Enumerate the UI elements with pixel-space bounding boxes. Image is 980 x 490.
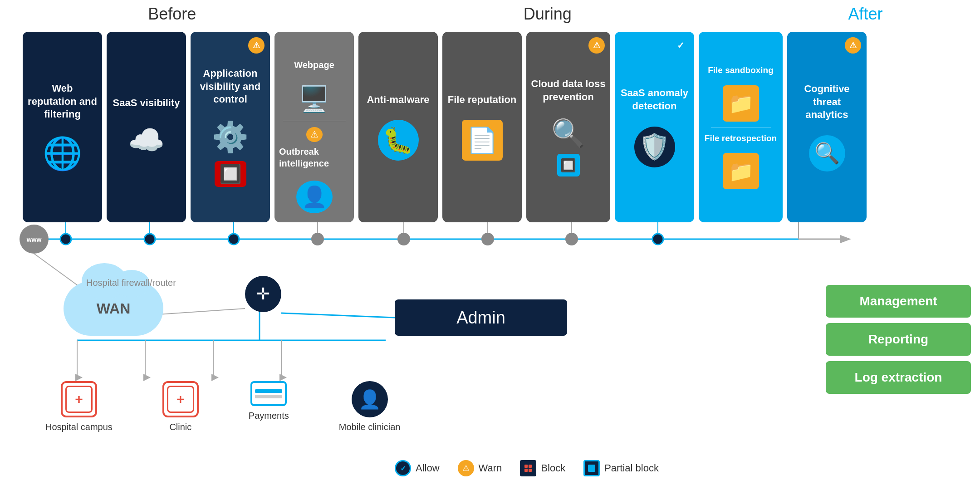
saas-anomaly-check-badge: ✓ bbox=[672, 37, 689, 54]
reporting-box: Reporting bbox=[826, 323, 971, 356]
card-saas-icon: ☁️ bbox=[128, 123, 165, 157]
phase-after-label: After bbox=[848, 5, 882, 23]
card-cloud-dlp-title: Cloud data loss prevention bbox=[531, 78, 606, 103]
legend: ✓ Allow ⚠ Warn Block bbox=[395, 460, 659, 476]
file-reputation-icon: 📄 bbox=[462, 120, 503, 161]
svg-rect-31 bbox=[524, 465, 528, 468]
legend-warn: ⚠ Warn bbox=[458, 460, 502, 476]
card-outbreak-title: Outbreak intelligence bbox=[279, 146, 349, 169]
wan-label: WAN bbox=[97, 300, 131, 317]
cloud-dlp-icon1: 🔍 bbox=[551, 117, 585, 149]
phase-before-label: Before bbox=[148, 5, 196, 23]
card-outbreak: ✓ Webpage 🖥️ ⚠ Outbreak intelligence 👤 bbox=[274, 32, 354, 222]
cards-row: Web reputation and filtering 🌐 SaaS visi… bbox=[23, 32, 867, 222]
payment-icon bbox=[250, 381, 287, 406]
allow-check-icon: ✓ bbox=[395, 460, 411, 476]
app-visibility-warn-badge: ⚠ bbox=[248, 37, 265, 54]
mobile-icon: 👤 bbox=[352, 381, 388, 417]
svg-rect-34 bbox=[529, 469, 532, 472]
svg-rect-32 bbox=[529, 465, 532, 468]
svg-point-13 bbox=[228, 234, 239, 245]
card-web-reputation-icon: 🌐 bbox=[43, 135, 82, 172]
card-saas-anomaly: ✓ SaaS anomaly detection 🛡️ bbox=[615, 32, 694, 222]
legend-allow-label: Allow bbox=[416, 462, 440, 474]
svg-point-16 bbox=[481, 233, 494, 245]
svg-point-14 bbox=[311, 233, 324, 245]
svg-point-17 bbox=[565, 233, 578, 245]
endpoints-row: + Hospital campus + Clinic Payments 👤 bbox=[45, 381, 400, 432]
clinic-icon: + bbox=[162, 381, 199, 417]
firewall-icon: 🔲 bbox=[215, 161, 246, 187]
admin-label: Admin bbox=[456, 308, 505, 328]
cognitive-warn-badge: ⚠ bbox=[845, 37, 861, 54]
card-file-reputation: File reputation 📄 bbox=[442, 32, 522, 222]
endpoint-mobile: 👤 Mobile clinician bbox=[339, 381, 401, 432]
card-saas-anomaly-title: SaaS anomaly detection bbox=[619, 87, 690, 113]
hospital-campus-label: Hospital campus bbox=[45, 422, 113, 432]
card-app-visibility: ⚠ Application visibility and control ⚙️ … bbox=[191, 32, 270, 222]
payments-label: Payments bbox=[249, 411, 289, 421]
svg-text:www: www bbox=[26, 236, 42, 243]
endpoint-hospital: + Hospital campus bbox=[45, 381, 113, 432]
card-anti-malware: Anti-malware 🐛 bbox=[358, 32, 438, 222]
main-container: www Before During After bbox=[0, 0, 980, 490]
wan-cloud: WAN bbox=[64, 281, 163, 336]
svg-line-28 bbox=[281, 313, 395, 318]
legend-partial-block-label: Partial block bbox=[604, 462, 659, 474]
card-cloud-dlp: ⚠ Cloud data loss prevention 🔍 🔲 bbox=[526, 32, 610, 222]
card-app-visibility-title: Application visibility and control bbox=[195, 67, 265, 106]
anti-malware-icon: 🐛 bbox=[378, 120, 419, 161]
svg-point-19 bbox=[20, 225, 49, 254]
card-file-reputation-title: File reputation bbox=[448, 93, 517, 107]
legend-allow: ✓ Allow bbox=[395, 460, 440, 476]
card-webpage-title: Webpage bbox=[294, 59, 334, 71]
svg-point-11 bbox=[60, 234, 71, 245]
management-label: Management bbox=[859, 294, 937, 309]
block-icon bbox=[520, 460, 536, 476]
management-boxes: Management Reporting Log extraction bbox=[826, 285, 971, 394]
webpage-icon: 🖥️ bbox=[299, 84, 330, 114]
card-web-reputation: Web reputation and filtering 🌐 bbox=[23, 32, 102, 222]
svg-point-12 bbox=[144, 234, 155, 245]
wan-cloud-container: WAN bbox=[64, 281, 163, 336]
outbreak-warn-badge: ⚠ bbox=[306, 127, 323, 142]
card-file-sandboxing: File sandboxing 📁 File retrospection 📁 bbox=[699, 32, 783, 222]
hospital-campus-icon: + bbox=[61, 381, 97, 417]
cloud-dlp-icon2: 🔲 bbox=[557, 154, 580, 176]
card-web-reputation-title: Web reputation and filtering bbox=[27, 82, 98, 121]
card-file-retrospection-title: File retrospection bbox=[705, 133, 777, 144]
log-extraction-label: Log extraction bbox=[855, 370, 942, 385]
card-cognitive-title: Cognitive threat analytics bbox=[792, 83, 862, 122]
card-saas-visibility-title: SaaS visibility bbox=[113, 97, 180, 110]
card-saas-visibility: SaaS visibility ☁️ bbox=[107, 32, 186, 222]
card-anti-malware-title: Anti-malware bbox=[367, 93, 429, 107]
card-cognitive-threat: ⚠ Cognitive threat analytics 🔍 bbox=[787, 32, 867, 222]
svg-rect-30 bbox=[523, 463, 534, 474]
reporting-label: Reporting bbox=[868, 332, 928, 347]
admin-box: Admin bbox=[395, 299, 567, 336]
cloud-dlp-warn-badge: ⚠ bbox=[588, 37, 605, 54]
warn-icon: ⚠ bbox=[458, 460, 474, 476]
endpoint-payments: Payments bbox=[249, 381, 289, 432]
log-extraction-box: Log extraction bbox=[826, 361, 971, 394]
legend-block-label: Block bbox=[541, 462, 565, 474]
legend-block: Block bbox=[520, 460, 565, 476]
divider bbox=[283, 121, 346, 121]
svg-point-15 bbox=[397, 233, 410, 245]
legend-warn-label: Warn bbox=[479, 462, 502, 474]
legend-partial-block: Partial block bbox=[583, 460, 659, 476]
endpoint-clinic: + Clinic bbox=[162, 381, 199, 432]
svg-rect-33 bbox=[524, 469, 528, 472]
cognitive-icon: 🔍 bbox=[809, 135, 845, 172]
file-retro-icon: 📁 bbox=[723, 153, 759, 189]
phase-during-label: During bbox=[524, 5, 572, 23]
outbreak-icon: 👤 bbox=[296, 181, 333, 213]
phase-headers: Before During After bbox=[59, 5, 966, 24]
clinic-label: Clinic bbox=[169, 422, 191, 432]
mobile-label: Mobile clinician bbox=[339, 422, 401, 432]
svg-point-18 bbox=[652, 234, 663, 245]
partial-block-icon bbox=[583, 460, 600, 476]
firewall-label: Hospital firewall/router bbox=[86, 278, 176, 288]
app-visibility-icon: ⚙️ bbox=[212, 120, 249, 154]
router-icon: ✛ bbox=[245, 276, 281, 312]
